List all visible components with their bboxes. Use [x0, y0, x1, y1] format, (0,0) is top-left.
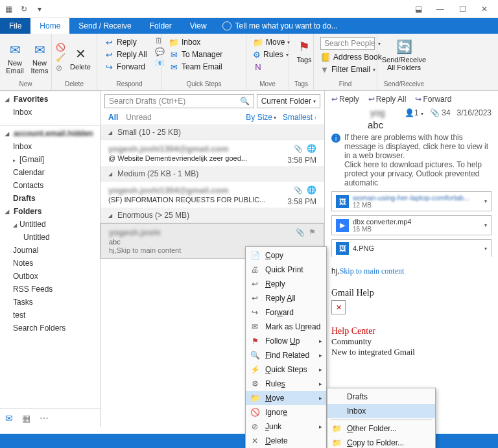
cleanup-icon[interactable]: 🧹 — [56, 53, 65, 62]
ctx-rules[interactable]: ⚙Rules▸ — [246, 377, 326, 391]
tags-button[interactable]: ⚑Tags — [293, 36, 315, 65]
onenote-button[interactable]: N — [250, 61, 285, 73]
send-receive-button[interactable]: 🔄Send/Receive All Folders — [381, 36, 427, 73]
maximize-button[interactable]: ☐ — [451, 1, 473, 17]
sort-dir[interactable]: Smallest ↓ — [283, 113, 316, 122]
rp-forward[interactable]: ↪Forward — [415, 95, 451, 104]
reply-all-button[interactable]: ↩Reply All — [101, 49, 150, 60]
new-items-button[interactable]: ✉New Items — [29, 36, 51, 79]
ctx-junk[interactable]: ⊘Junk▸ — [246, 419, 326, 434]
sort-by[interactable]: By Size ▾ — [246, 113, 276, 122]
nav-untitled-child[interactable]: Untitled — [0, 231, 100, 244]
ctx-follow-up[interactable]: ⚑Follow Up▸ — [246, 334, 326, 348]
search-people[interactable]: Search People▾ — [318, 36, 373, 51]
rp-recipients[interactable]: 👤1 ▾ — [405, 108, 423, 117]
qat-sendreceive-icon[interactable]: ↻ — [18, 3, 30, 15]
nav-outbox[interactable]: Outbox — [0, 270, 100, 283]
group-small[interactable]: ◢Small (10 - 25 KB) — [101, 125, 324, 140]
reply-button[interactable]: ↩Reply — [101, 36, 150, 48]
new-email-button[interactable]: ✉New Email — [4, 36, 26, 79]
qs-inbox[interactable]: 📁Inbox — [166, 36, 242, 48]
nav-untitled[interactable]: ◢Untitled — [0, 218, 100, 231]
rp-reply-all[interactable]: ↩Reply All — [368, 95, 407, 104]
ctx-delete[interactable]: ✕Delete — [246, 434, 326, 448]
rules-button[interactable]: ⚙Rules▾ — [250, 49, 285, 60]
body-link[interactable]: Skip to main content — [340, 266, 405, 276]
fav-inbox[interactable]: Inbox — [0, 106, 100, 119]
flag-outline-icon[interactable]: ⚑ — [309, 228, 316, 237]
move-button[interactable]: 📁Move▾ — [250, 36, 285, 48]
rp-reply[interactable]: ↩Reply — [331, 95, 359, 104]
ctx-quick-print[interactable]: 🖨Quick Print — [246, 263, 326, 277]
ribbon-expand-icon[interactable]: ⬓ — [407, 1, 429, 17]
attachment[interactable]: ▶ dbx converter.mp416 MB ▾ — [331, 215, 492, 235]
account-header[interactable]: ◢account.email.hidden — [0, 125, 100, 140]
nav-inbox[interactable]: Inbox — [0, 140, 100, 153]
minimize-button[interactable]: — — [429, 1, 451, 17]
rp-attachments[interactable]: 📎 34 — [430, 108, 451, 117]
delete-button[interactable]: ✕Delete — [68, 36, 93, 79]
ctx-forward[interactable]: ↪Forward — [246, 305, 326, 320]
tab-folder[interactable]: Folder — [141, 18, 181, 34]
nav-rss[interactable]: RSS Feeds — [0, 283, 100, 296]
tell-me[interactable]: Tell me what you want to do... — [216, 18, 344, 34]
group-medium[interactable]: ◢Medium (25 KB - 1 MB) — [101, 167, 324, 182]
sub-inbox[interactable]: 📁Inbox — [327, 404, 435, 418]
calendar-view-icon[interactable]: ▦ — [22, 413, 30, 423]
att-menu-icon[interactable]: ▾ — [484, 222, 487, 228]
ctx-ignore[interactable]: 🚫Ignore — [246, 405, 326, 419]
blocked-image-icon[interactable]: ✕ — [331, 300, 346, 314]
sub-other-folder[interactable]: 📁Other Folder... — [327, 421, 435, 436]
rp-infobar[interactable]: i If there are problems with how this me… — [331, 133, 492, 187]
close-button[interactable]: ✕ — [473, 1, 495, 17]
ctx-copy[interactable]: 📄Copy — [246, 248, 326, 263]
more-views-icon[interactable]: ⋯ — [40, 413, 49, 423]
att-menu-icon[interactable]: ▾ — [484, 198, 487, 204]
help-center-link[interactable]: Help Center — [331, 326, 492, 336]
att-menu-icon[interactable]: ▾ — [484, 246, 487, 252]
nav-journal[interactable]: Journal — [0, 244, 100, 257]
qat-dropdown-icon[interactable]: ▾ — [34, 3, 45, 15]
search-scope[interactable]: Current Folder▾ — [257, 94, 320, 108]
tab-view[interactable]: View — [181, 18, 216, 34]
forward-button[interactable]: ↪Forward — [101, 61, 150, 73]
group-enormous[interactable]: ◢Enormous (> 25 MB) — [101, 208, 324, 223]
sub-copy-to-folder[interactable]: 📁Copy to Folder... — [327, 436, 435, 448]
favorites-header[interactable]: ◢Favorites — [0, 91, 100, 106]
nav-gmail[interactable]: ▸[Gmail] — [0, 153, 100, 166]
address-book-button[interactable]: 📒Address Book — [318, 51, 373, 63]
nav-test[interactable]: test — [0, 309, 100, 322]
ignore-icon[interactable]: 🚫 — [56, 43, 65, 52]
community-link[interactable]: Community — [331, 336, 492, 347]
filter-all[interactable]: All — [108, 113, 118, 122]
filter-email-button[interactable]: ▼Filter Email▾ — [318, 64, 373, 75]
ctx-move[interactable]: 📁Move▸ — [246, 391, 326, 405]
tab-file[interactable]: File — [0, 18, 30, 34]
attachment[interactable]: 🖼 woman-using-her-laptop-comfortab...12 … — [331, 191, 492, 211]
attachment[interactable]: 🖼 4.PNG ▾ — [331, 239, 492, 257]
filter-unread[interactable]: Unread — [126, 113, 151, 122]
message-item[interactable]: yogesh.joshi1304@gmail.com @ Website Dem… — [101, 140, 324, 167]
folders-header[interactable]: ◢Folders — [0, 205, 100, 218]
nav-tasks[interactable]: Tasks — [0, 296, 100, 309]
qs-to-manager[interactable]: ✉To Manager — [166, 49, 242, 60]
nav-notes[interactable]: Notes — [0, 257, 100, 270]
tab-home[interactable]: Home — [30, 18, 69, 34]
nav-drafts[interactable]: Drafts — [0, 192, 100, 205]
nav-contacts[interactable]: Contacts — [0, 179, 100, 192]
qs-team-email[interactable]: ✉Team Email — [166, 61, 242, 73]
ctx-mark-unread[interactable]: ✉Mark as Unread — [246, 320, 326, 334]
search-input[interactable]: Search Drafts (Ctrl+E)🔍 — [104, 94, 254, 108]
nav-calendar[interactable]: Calendar — [0, 166, 100, 179]
junk-icon[interactable]: ⊘ — [56, 64, 65, 73]
ctx-reply[interactable]: ↩Reply — [246, 277, 326, 291]
new-gmail-link[interactable]: New to integrated Gmail — [331, 347, 492, 357]
message-item[interactable]: yogesh.joshi1304@gmail.com (SF) INFORMAT… — [101, 182, 324, 208]
mail-view-icon[interactable]: ✉ — [5, 413, 13, 423]
ctx-quick-steps[interactable]: ⚡Quick Steps▸ — [246, 362, 326, 377]
tab-send-receive[interactable]: Send / Receive — [69, 18, 140, 34]
ctx-find-related[interactable]: 🔍Find Related▸ — [246, 348, 326, 362]
qat-icon[interactable]: ▦ — [3, 3, 14, 15]
nav-search-folders[interactable]: Search Folders — [0, 322, 100, 335]
sub-drafts[interactable]: 📁Drafts — [327, 390, 435, 404]
